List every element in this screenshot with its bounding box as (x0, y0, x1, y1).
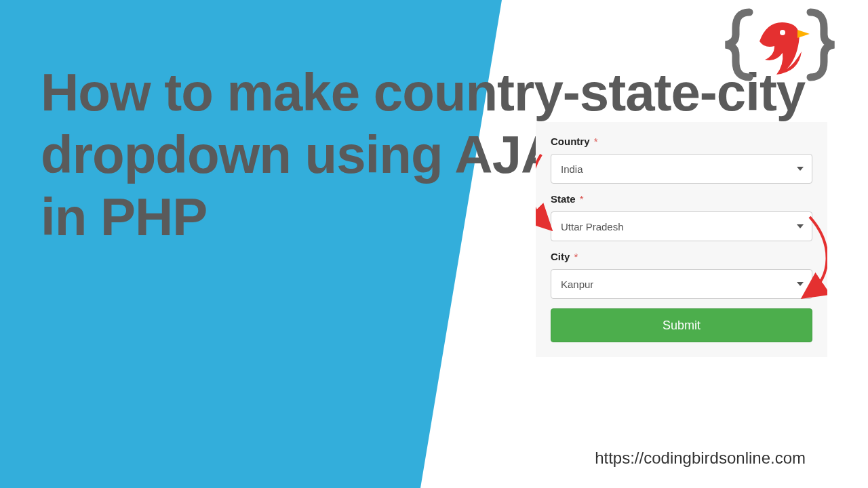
city-label: City * (551, 251, 812, 262)
submit-label: Submit (663, 319, 701, 333)
city-label-text: City (551, 251, 570, 262)
state-label: State * (551, 193, 812, 205)
required-asterisk: * (594, 136, 598, 147)
brace-left-icon (726, 12, 749, 77)
site-url: https://codingbirdsonline.com (595, 449, 806, 468)
required-asterisk: * (574, 251, 578, 262)
city-select[interactable]: Kanpur (551, 269, 812, 299)
bird-icon (760, 22, 810, 75)
country-label-text: Country (551, 136, 590, 147)
country-label: Country * (551, 136, 812, 147)
state-value: Uttar Pradesh (561, 221, 624, 232)
location-form: Country * India State * Uttar Pradesh Ci… (536, 122, 827, 357)
city-value: Kanpur (561, 279, 593, 290)
logo (712, 4, 848, 85)
country-select[interactable]: India (551, 154, 812, 184)
svg-point-0 (780, 30, 785, 35)
country-value: India (561, 163, 583, 175)
required-asterisk: * (580, 193, 584, 205)
submit-button[interactable]: Submit (551, 308, 812, 342)
state-select[interactable]: Uttar Pradesh (551, 211, 812, 241)
state-label-text: State (551, 193, 576, 205)
brace-right-icon (810, 12, 834, 77)
